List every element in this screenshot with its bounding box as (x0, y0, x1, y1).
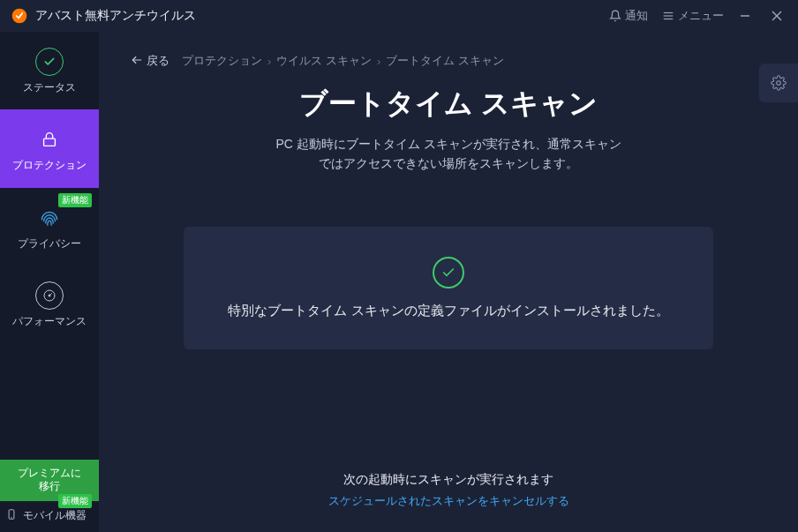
app-title: アバスト無料アンチウイルス (35, 8, 196, 24)
sidebar-item-mobile[interactable]: 新機能 モバイル機器 (0, 501, 99, 532)
sidebar-item-label: プライバシー (18, 237, 81, 250)
sidebar-item-protection[interactable]: プロテクション (0, 109, 99, 187)
gear-icon (771, 75, 787, 91)
gauge-icon (35, 281, 64, 310)
svg-point-9 (49, 295, 50, 296)
sidebar-item-privacy[interactable]: 新機能 プライバシー (0, 188, 99, 266)
settings-button[interactable] (759, 64, 798, 102)
main-content: 戻る プロテクション › ウイルス スキャン › ブートタイム スキャン ブート… (99, 32, 798, 532)
sidebar: ステータス プロテクション 新機能 プライバシー パフォーマンス プレミアムに … (0, 32, 99, 532)
menu-label: メニュー (678, 8, 724, 24)
close-button[interactable] (766, 5, 787, 26)
sidebar-item-label: パフォーマンス (12, 315, 87, 327)
new-badge: 新機能 (58, 494, 92, 508)
svg-point-13 (777, 81, 781, 86)
status-message: 特別なブートタイム スキャンの定義ファイルがインストールされました。 (201, 303, 696, 319)
notifications-label: 通知 (625, 8, 648, 24)
premium-label-line2: 移行 (4, 480, 95, 494)
status-card: 特別なブートタイム スキャンの定義ファイルがインストールされました。 (184, 227, 713, 349)
sidebar-item-label: プロテクション (12, 159, 87, 171)
cancel-scheduled-scan-link[interactable]: スケジュールされたスキャンをキャンセルする (131, 493, 766, 509)
lock-icon (35, 125, 64, 154)
sidebar-item-label: ステータス (23, 81, 76, 94)
footer: 次の起動時にスキャンが実行されます スケジュールされたスキャンをキャンセルする (131, 472, 766, 514)
back-arrow-icon (131, 54, 143, 69)
mobile-icon (5, 508, 18, 523)
page-title: ブートタイム スキャン (131, 85, 766, 124)
premium-label-line1: プレミアムに (4, 467, 95, 481)
app-logo-icon (11, 7, 28, 25)
sidebar-item-label: モバイル機器 (23, 508, 87, 523)
status-icon (35, 48, 64, 76)
chevron-right-icon: › (377, 55, 380, 68)
new-badge: 新機能 (58, 193, 92, 207)
page-description: PC 起動時にブートタイム スキャンが実行され、通常スキャン ではアクセスできな… (131, 134, 766, 174)
fingerprint-icon (35, 204, 64, 232)
breadcrumb-item[interactable]: ウイルス スキャン (276, 53, 372, 69)
sidebar-item-performance[interactable]: パフォーマンス (0, 266, 99, 343)
footer-info-text: 次の起動時にスキャンが実行されます (131, 472, 766, 488)
breadcrumb-item[interactable]: プロテクション (182, 53, 262, 69)
notifications-button[interactable]: 通知 (609, 8, 648, 24)
minimize-button[interactable] (734, 5, 756, 26)
back-button[interactable]: 戻る (131, 53, 169, 69)
sidebar-item-status[interactable]: ステータス (0, 32, 99, 109)
check-circle-icon (433, 257, 464, 288)
svg-rect-7 (44, 139, 56, 146)
titlebar: アバスト無料アンチウイルス 通知 メニュー (0, 0, 798, 32)
breadcrumb: 戻る プロテクション › ウイルス スキャン › ブートタイム スキャン (131, 53, 766, 69)
chevron-right-icon: › (267, 55, 271, 68)
back-label: 戻る (147, 53, 169, 69)
menu-button[interactable]: メニュー (662, 8, 724, 24)
breadcrumb-item-current: ブートタイム スキャン (386, 53, 504, 69)
